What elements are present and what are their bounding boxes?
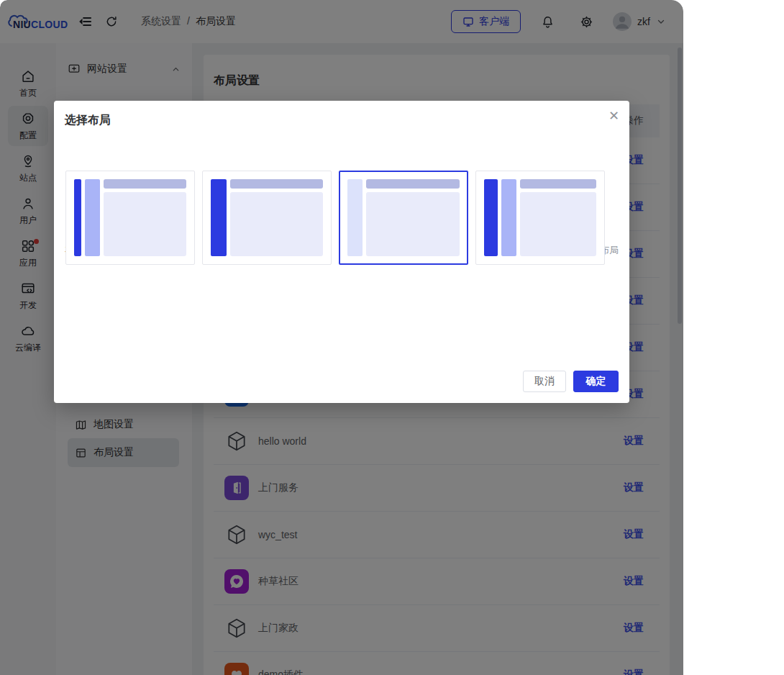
close-icon[interactable]: ✕ (608, 109, 619, 122)
preview-content (104, 192, 186, 256)
layout-option-4[interactable] (475, 171, 605, 265)
layout-option-3-selected[interactable] (339, 171, 468, 265)
preview-dark-sidebar (211, 179, 227, 256)
cancel-button[interactable]: 取消 (523, 371, 566, 392)
layout-option-2[interactable] (202, 171, 332, 265)
dialog-title: 选择布局 (65, 113, 111, 128)
preview-light-sidebar (85, 179, 100, 256)
preview-dark-sidebar (484, 179, 498, 256)
preview-content (366, 192, 460, 256)
preview-topbar (104, 179, 186, 189)
select-layout-dialog: 选择布局 ✕ 布局 ? 如何开发自定义布局 取消 确定 (54, 101, 629, 403)
preview-topbar (520, 179, 596, 189)
preview-content (520, 192, 596, 256)
preview-topbar (366, 179, 460, 189)
preview-topbar (230, 179, 323, 189)
layout-option-1[interactable] (65, 171, 195, 265)
preview-pale-sidebar (347, 179, 363, 256)
preview-dark-sidebar (74, 179, 81, 256)
confirm-button[interactable]: 确定 (573, 371, 619, 392)
layout-options (65, 171, 605, 265)
preview-light-sidebar (501, 179, 516, 256)
dialog-footer: 取消 确定 (523, 371, 619, 392)
preview-content (230, 192, 323, 256)
